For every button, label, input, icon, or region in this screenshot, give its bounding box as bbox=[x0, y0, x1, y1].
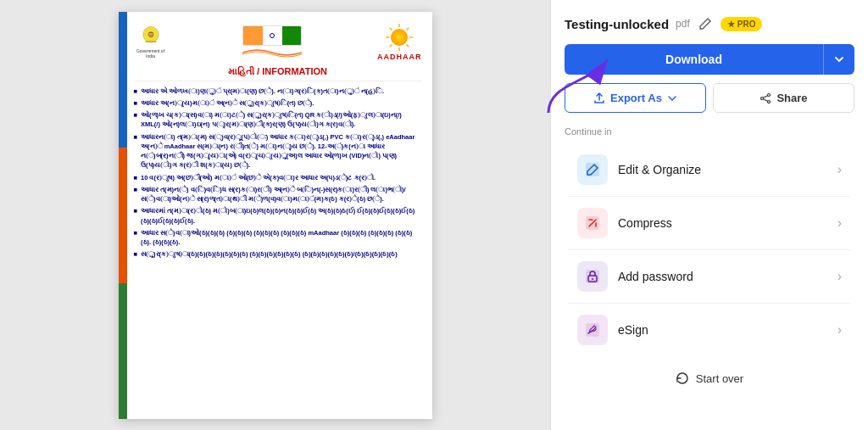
tool-add-password[interactable]: Add password › bbox=[565, 250, 854, 303]
bullet-icon: ■ bbox=[134, 87, 138, 96]
svg-line-8 bbox=[407, 44, 409, 47]
govt-logo: 🦁 Government of India bbox=[134, 25, 168, 59]
download-button-group: Download bbox=[565, 44, 854, 75]
bullet-icon: ■ bbox=[134, 185, 138, 204]
esign-chevron-icon: › bbox=[837, 322, 842, 338]
secondary-buttons: Export As Share bbox=[565, 83, 854, 113]
pdf-item-6: ■ આધાર ત(મ)ન(ે) વ(િ)વ(િ)ધ સ(ર)ક(ા)ર(ી) અ… bbox=[134, 185, 422, 204]
share-label: Share bbox=[776, 92, 807, 104]
share-icon bbox=[760, 92, 771, 104]
svg-text:🦁: 🦁 bbox=[147, 31, 155, 38]
add-password-chevron-icon: › bbox=[837, 269, 842, 284]
share-button[interactable]: Share bbox=[713, 83, 854, 113]
compress-chevron-icon: › bbox=[837, 215, 842, 231]
edit-organize-label: Edit & Organize bbox=[618, 163, 837, 176]
svg-point-16 bbox=[768, 100, 771, 103]
tool-compress[interactable]: Compress › bbox=[565, 197, 854, 249]
govt-emblem-icon: 🦁 bbox=[136, 25, 166, 47]
svg-rect-4 bbox=[145, 41, 156, 42]
pdf-item-4: ■ આધારન(ા) ત(મ)ા(મ) સ(્)વ(ર)ૂ(પ)ો(ઃ) આધા… bbox=[134, 132, 422, 170]
export-label: Export As bbox=[610, 92, 662, 104]
aadhaar-sun-icon bbox=[381, 22, 417, 53]
add-password-label: Add password bbox=[618, 270, 837, 283]
export-chevron-icon bbox=[667, 93, 677, 103]
svg-point-15 bbox=[768, 93, 771, 96]
start-over-label: Start over bbox=[696, 372, 743, 385]
bullet-icon: ■ bbox=[134, 228, 138, 248]
doc-header: Testing-unlocked pdf ★ PRO bbox=[565, 15, 854, 32]
compress-icon bbox=[577, 208, 608, 238]
bullet-icon: ■ bbox=[134, 110, 138, 130]
edit-icon[interactable] bbox=[697, 15, 714, 32]
edit-organize-icon bbox=[577, 154, 608, 185]
tool-edit-organize[interactable]: Edit & Organize › bbox=[565, 143, 854, 196]
govt-text: Government of India bbox=[134, 48, 168, 59]
side-color-strip bbox=[119, 12, 127, 419]
continue-in-label: Continue in bbox=[565, 126, 854, 137]
svg-line-12 bbox=[390, 27, 392, 30]
pdf-doc-title: માહિતી / INFORMATION bbox=[134, 66, 422, 81]
pro-badge: ★ PRO bbox=[721, 17, 763, 31]
download-button[interactable]: Download bbox=[565, 44, 823, 75]
export-as-button[interactable]: Export As bbox=[565, 83, 706, 113]
svg-rect-23 bbox=[586, 323, 599, 337]
doc-title: Testing-unlocked bbox=[565, 17, 669, 31]
pdf-item-3: ■ ઓ(ળ)ખ ચ(ક)ા(સ)વ(ા) મ(ા)ટ(ે) સ(ુ)ર(ક)્(… bbox=[134, 110, 422, 130]
edit-organize-chevron-icon: › bbox=[837, 162, 842, 177]
pdf-item-9: ■ સ(ુ)ર(ક)્(ષ)ા(ઠ)(ઠ)(ઠ)(ઠ)(ઠ)(ઠ)(ઠ) (ઠ)… bbox=[134, 249, 422, 259]
svg-point-17 bbox=[761, 97, 764, 99]
aadhaar-logo: AADHAAR bbox=[377, 22, 422, 61]
download-dropdown-button[interactable] bbox=[823, 44, 854, 75]
strip-green bbox=[119, 283, 127, 419]
pdf-header: 🦁 Government of India bbox=[134, 22, 422, 61]
tool-esign[interactable]: eSign › bbox=[565, 304, 854, 356]
pdf-page: 🦁 Government of India bbox=[119, 12, 432, 419]
bullet-icon: ■ bbox=[134, 206, 138, 226]
pro-label: PRO bbox=[737, 20, 756, 29]
aadhaar-text: AADHAAR bbox=[377, 53, 422, 61]
strip-orange bbox=[119, 148, 127, 283]
svg-line-6 bbox=[407, 27, 409, 30]
refresh-icon bbox=[676, 371, 689, 385]
pdf-item-7: ■ આધારમાં ત(મ)ા(ર)ો(ઠ) મ(ો)બ(ા)ઇ(ઠ)લ(ઠ)(… bbox=[134, 206, 422, 226]
pdf-item-2: ■ આધાર અ(ન)્(ય)મ(ા)ં અ(ન)ે સ(ુ)ર(ક)્(ષ)િ… bbox=[134, 98, 422, 108]
bullet-icon: ■ bbox=[134, 249, 138, 259]
esign-icon bbox=[577, 315, 608, 345]
esign-label: eSign bbox=[618, 323, 837, 337]
aadhaar-wave bbox=[242, 47, 302, 58]
svg-point-22 bbox=[592, 278, 593, 280]
doc-type: pdf bbox=[676, 18, 690, 30]
add-password-icon bbox=[577, 261, 608, 292]
pdf-preview-panel: 🦁 Government of India bbox=[0, 0, 550, 430]
chevron-down-icon bbox=[834, 54, 844, 64]
export-icon bbox=[593, 92, 605, 104]
compress-label: Compress bbox=[618, 216, 837, 230]
bullet-icon: ■ bbox=[134, 173, 138, 182]
star-icon: ★ bbox=[727, 20, 735, 29]
pdf-item-5: ■ 10 વ(ર)્(ષ) અ(છ)ી(ઓ) મ(ા)ં ઓ(છ)ે એ(ક)વ… bbox=[134, 173, 422, 182]
strip-blue bbox=[119, 12, 127, 148]
bullet-icon: ■ bbox=[134, 98, 138, 108]
start-over-button[interactable]: Start over bbox=[565, 360, 854, 397]
tools-list: Edit & Organize › Compress › bbox=[565, 143, 854, 356]
right-panel: Testing-unlocked pdf ★ PRO Download bbox=[550, 0, 868, 430]
pdf-item-1: ■ આધાર એ ઓળખ(ા)ણ(ુ)ં પ્ર(મ)ા(ણ) છ(ે). ન(… bbox=[134, 87, 422, 96]
svg-point-13 bbox=[391, 29, 408, 46]
pdf-item-8: ■ આધાર સ(ે)વ(ા)ઓ(ઠ)(ઠ)(ઠ) (ઠ)(ઠ)(ઠ) (ઠ)(… bbox=[134, 228, 422, 248]
pdf-body-text: ■ આધાર એ ઓળખ(ા)ણ(ુ)ં પ્ર(મ)ા(ણ) છ(ે). ન(… bbox=[134, 87, 422, 260]
bullet-icon: ■ bbox=[134, 132, 138, 170]
svg-line-10 bbox=[390, 44, 392, 47]
